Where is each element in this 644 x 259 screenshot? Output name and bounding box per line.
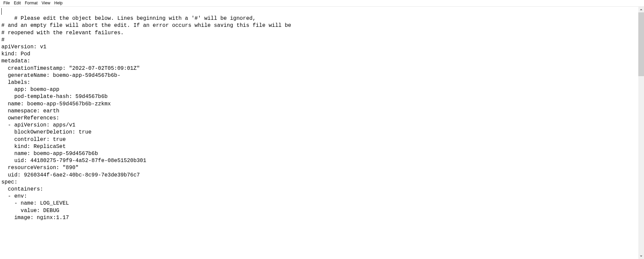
scrollbar-thumb[interactable] <box>638 12 644 76</box>
menu-edit[interactable]: Edit <box>12 0 23 6</box>
text-caret <box>1 8 2 15</box>
scrollbar-track[interactable] <box>638 12 644 253</box>
editor-content: # Please edit the object below. Lines be… <box>1 15 291 221</box>
menu-help[interactable]: Help <box>52 0 65 6</box>
menu-view[interactable]: View <box>40 0 52 6</box>
editor-area: # Please edit the object below. Lines be… <box>0 7 644 259</box>
scroll-up-arrow-icon[interactable] <box>638 7 644 12</box>
menu-file[interactable]: File <box>1 0 12 6</box>
menu-bar: File Edit Format View Help <box>0 0 644 7</box>
text-editor[interactable]: # Please edit the object below. Lines be… <box>0 7 638 259</box>
menu-format[interactable]: Format <box>23 0 40 6</box>
vertical-scrollbar[interactable] <box>638 7 644 259</box>
scroll-down-arrow-icon[interactable] <box>638 253 644 259</box>
